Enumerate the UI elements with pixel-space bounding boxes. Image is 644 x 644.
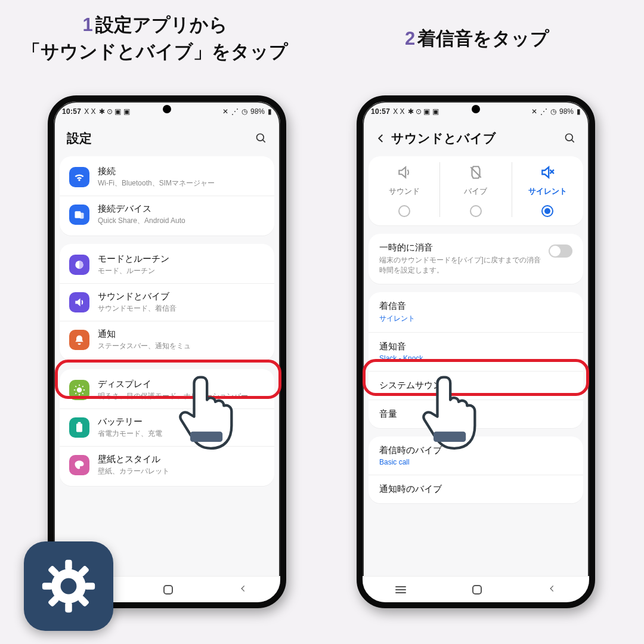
- settings-row-battery[interactable]: バッテリー省電力モード、充電: [60, 408, 274, 446]
- svg-rect-3: [80, 213, 84, 219]
- status-wifi-icon: ⋰: [540, 107, 547, 116]
- status-clock-icon: ◷: [550, 107, 556, 116]
- sound-row-2[interactable]: システムサウンド: [369, 371, 583, 400]
- settings-row-bell[interactable]: 通知ステータスバー、通知をミュ: [60, 321, 274, 358]
- vib-row-0[interactable]: 着信時のバイブBasic call: [369, 436, 583, 475]
- temp-mute-row[interactable]: 一時的に消音 端末のサウンドモードを[バイブ]に戻すまでの消音時間を設定します。: [369, 234, 583, 284]
- row-title: モードとルーチン: [98, 253, 265, 265]
- status-time: 10:57: [62, 107, 81, 116]
- phone-right: 10:57 X X ✱ ⊙ ▣ ▣ ✕ ⋰ ◷ 98% ▮ サウンドとバイブ サ…: [357, 95, 595, 608]
- svg-rect-26: [65, 560, 72, 570]
- status-battery: 98%: [250, 107, 265, 116]
- row-title: 接続: [98, 166, 265, 177]
- sound-row-1[interactable]: 通知音Slack - Knock: [369, 332, 583, 371]
- bell-icon: [69, 330, 89, 350]
- row-subtitle: サウンドモード、着信音: [98, 304, 265, 314]
- sound-row-title: システムサウンド: [379, 380, 572, 391]
- row-subtitle: Wi-Fi、Bluetooth、SIMマネージャー: [98, 178, 265, 188]
- status-wifi-icon: ⋰: [231, 107, 239, 116]
- settings-card: モードとルーチンモード、ルーチンサウンドとバイブサウンドモード、着信音通知ステー…: [60, 244, 274, 361]
- status-battery-icon: ▮: [268, 107, 272, 116]
- row-subtitle: 壁紙、カラーパレット: [98, 466, 265, 476]
- status-extra-icons: ✱ ⊙ ▣ ▣: [408, 107, 439, 116]
- step-2-text: 着信音をタップ: [417, 28, 549, 49]
- status-battery-icon: ▮: [577, 107, 581, 116]
- sound-mode-tabs: サウンドバイブサイレント: [369, 156, 583, 225]
- nav-back-icon[interactable]: [239, 584, 247, 595]
- temp-mute-title: 一時的に消音: [379, 242, 543, 253]
- step-1-number: 1: [82, 14, 92, 35]
- sound-icon: [69, 292, 89, 312]
- mode-tab-1[interactable]: バイブ: [439, 162, 511, 217]
- row-title: 通知: [98, 329, 265, 340]
- sound-row-title: 着信音: [379, 301, 572, 312]
- nav-home-icon[interactable]: [163, 585, 173, 595]
- nav-recents-icon[interactable]: [395, 589, 406, 590]
- temp-mute-sub: 端末のサウンドモードを[バイブ]に戻すまでの消音時間を設定します。: [379, 255, 543, 275]
- phone-left: 10:57 X X ✱ ⊙ ▣ ▣ ✕ ⋰ ◷ 98% ▮ 設定 接続Wi-Fi…: [48, 95, 286, 608]
- vib-row-sub: Basic call: [379, 458, 572, 466]
- camera-hole-icon: [472, 105, 480, 113]
- mode-radio[interactable]: [541, 205, 553, 217]
- vib-row-1[interactable]: 通知時のバイブ: [369, 475, 583, 503]
- step-2-number: 2: [405, 28, 415, 49]
- status-mute-icon: ✕: [531, 107, 537, 116]
- mode-label: サウンド: [389, 186, 420, 197]
- mode-radio[interactable]: [398, 205, 410, 217]
- mode-tab-2[interactable]: サイレント: [512, 162, 583, 217]
- settings-row-style[interactable]: 壁紙とスタイル壁紙、カラーパレット: [60, 446, 274, 484]
- sound-header: サウンドとバイブ: [363, 119, 589, 156]
- mode-icon: [468, 165, 484, 182]
- svg-line-10: [75, 386, 76, 387]
- sound-row-3[interactable]: 音量: [369, 400, 583, 428]
- mode-icon: [397, 165, 412, 182]
- nav-back-icon[interactable]: [548, 584, 556, 595]
- android-navbar: [363, 576, 589, 602]
- status-x-icon: X X: [84, 107, 95, 116]
- sound-row-0[interactable]: 着信音サイレント: [369, 292, 583, 332]
- row-subtitle: モード、ルーチン: [98, 266, 265, 276]
- back-chevron-icon[interactable]: [376, 133, 386, 144]
- vib-row-title: 通知時のバイブ: [379, 484, 572, 495]
- page-title: サウンドとバイブ: [391, 130, 496, 147]
- settings-row-display[interactable]: ディスプレイ明るさ、目の保護モード、ナビゲーションバー: [60, 371, 274, 408]
- search-icon[interactable]: [564, 132, 576, 144]
- vib-row-title: 着信時のバイブ: [379, 445, 572, 456]
- mode-label: バイブ: [464, 186, 487, 197]
- sound-row-sub: Slack - Knock: [379, 354, 572, 363]
- svg-point-17: [566, 134, 573, 141]
- svg-line-1: [263, 140, 265, 143]
- settings-row-device[interactable]: 接続デバイスQuick Share、Android Auto: [60, 196, 274, 233]
- svg-rect-27: [65, 602, 72, 612]
- svg-point-5: [77, 388, 82, 392]
- status-x-icon: X X: [393, 107, 404, 116]
- svg-line-11: [82, 393, 83, 394]
- svg-rect-15: [78, 422, 81, 424]
- row-title: バッテリー: [98, 416, 265, 428]
- mode-icon: [540, 165, 555, 182]
- sound-row-title: 通知音: [379, 341, 572, 352]
- status-clock-icon: ◷: [242, 107, 247, 116]
- wifi-icon: [69, 167, 89, 187]
- status-extra-icons: ✱ ⊙ ▣ ▣: [99, 107, 130, 116]
- mode-tab-0[interactable]: サウンド: [369, 162, 439, 217]
- nav-home-icon[interactable]: [472, 585, 482, 595]
- svg-rect-14: [76, 423, 82, 432]
- sound-row-sub: サイレント: [379, 314, 572, 324]
- svg-line-18: [572, 140, 574, 143]
- display-icon: [69, 380, 89, 400]
- settings-card: 接続Wi-Fi、Bluetooth、SIMマネージャー接続デバイスQuick S…: [60, 156, 274, 236]
- search-icon[interactable]: [255, 132, 267, 144]
- row-subtitle: Quick Share、Android Auto: [98, 216, 265, 226]
- mode-radio[interactable]: [470, 205, 482, 217]
- settings-row-sound[interactable]: サウンドとバイブサウンドモード、着信音: [60, 283, 274, 321]
- settings-header: 設定: [54, 119, 280, 156]
- status-time: 10:57: [371, 107, 390, 116]
- row-title: ディスプレイ: [98, 379, 265, 390]
- settings-row-modes[interactable]: モードとルーチンモード、ルーチン: [60, 246, 274, 283]
- settings-row-wifi[interactable]: 接続Wi-Fi、Bluetooth、SIMマネージャー: [60, 159, 274, 196]
- row-subtitle: 省電力モード、充電: [98, 429, 265, 439]
- temp-mute-card: 一時的に消音 端末のサウンドモードを[バイブ]に戻すまでの消音時間を設定します。: [369, 234, 583, 284]
- temp-mute-toggle[interactable]: [549, 244, 572, 258]
- battery-icon: [69, 417, 89, 438]
